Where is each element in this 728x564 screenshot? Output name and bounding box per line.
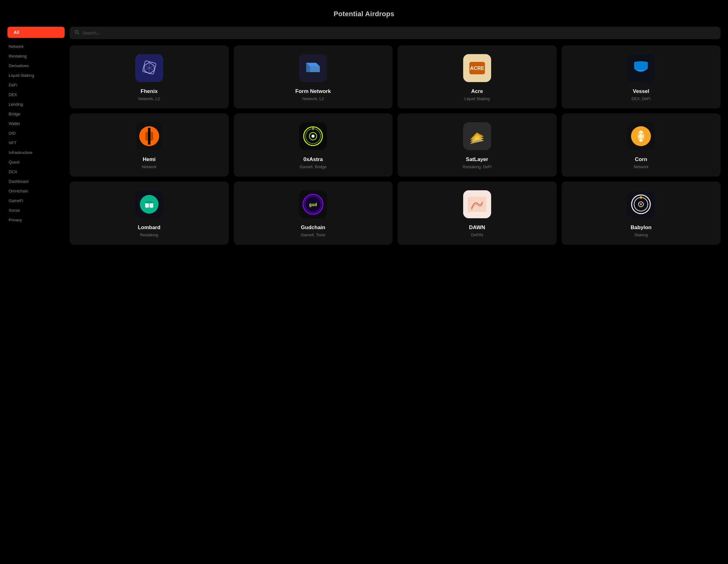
sidebar-item-derivatives[interactable]: Derivatives	[7, 61, 65, 71]
card-logo-corn	[627, 122, 655, 150]
card-name-acre: Acre	[471, 88, 483, 95]
page-header: Potential Airdrops	[0, 0, 728, 27]
card-logo-vessel	[627, 54, 655, 82]
card-tags-hemi: Network	[142, 164, 157, 169]
svg-point-12	[311, 135, 315, 138]
sidebar-item-dex[interactable]: DEX	[7, 90, 65, 99]
search-bar	[70, 27, 721, 39]
sidebar-item-wallet[interactable]: Wallet	[7, 119, 65, 128]
sidebar-item-privacy[interactable]: Privacy	[7, 215, 65, 225]
card-logo-fhenix	[135, 54, 163, 82]
page-title: Potential Airdrops	[0, 10, 728, 18]
cards-grid: FhenixNetwork, L2 Form NetworkNetwork, L…	[70, 45, 721, 245]
sidebar-item-dca[interactable]: DCA	[7, 167, 65, 177]
card-lombard[interactable]: LombardRestaking	[70, 182, 229, 245]
card-name-oxastra: 0xAstra	[303, 156, 323, 163]
sidebar-item-bridge[interactable]: Bridge	[7, 109, 65, 119]
svg-point-25	[140, 195, 159, 214]
card-logo-oxastra	[299, 122, 327, 150]
card-logo-lombard	[135, 190, 163, 218]
card-tags-oxastra: Gamefi, Bridge	[300, 164, 327, 169]
card-name-babylon: Babylon	[631, 224, 652, 231]
card-name-satlayer: SatLayer	[466, 156, 488, 163]
sidebar-item-omnichain[interactable]: Omnichain	[7, 186, 65, 196]
card-logo-hemi	[135, 122, 163, 150]
card-tags-acre: Liquid Staking	[464, 96, 490, 101]
svg-point-22	[638, 137, 640, 141]
svg-rect-28	[145, 201, 153, 203]
card-tags-dawn: DePIN	[471, 233, 483, 237]
card-tags-fhenix: Network, L2	[138, 96, 160, 101]
sidebar-item-nft[interactable]: NFT	[7, 138, 65, 148]
card-logo-satlayer	[463, 122, 491, 150]
card-tags-lombard: Restaking	[140, 233, 158, 237]
card-name-corn: Corn	[635, 156, 647, 163]
sidebar-item-quest[interactable]: Quest	[7, 157, 65, 167]
card-vessel[interactable]: VesselDEX, DeFi	[562, 45, 721, 109]
sidebar-item-restaking[interactable]: Restaking	[7, 51, 65, 61]
card-logo-form	[299, 54, 327, 82]
card-name-vessel: Vessel	[633, 88, 649, 95]
card-tags-gudchain: Gamefi, Tools	[301, 233, 325, 237]
card-tags-corn: Network	[634, 164, 648, 169]
card-name-hemi: Hemi	[143, 156, 156, 163]
card-name-lombard: Lombard	[138, 224, 160, 231]
sidebar-item-network[interactable]: Network	[7, 42, 65, 51]
card-tags-satlayer: Restaking, DeFi	[463, 164, 491, 169]
card-satlayer[interactable]: SatLayerRestaking, DeFi	[398, 113, 557, 177]
card-name-dawn: DAWN	[469, 224, 485, 231]
card-logo-acre: ACRE	[463, 54, 491, 82]
sidebar-item-gamefi[interactable]: GameFi	[7, 196, 65, 206]
card-gudchain[interactable]: gud GudchainGamefi, Tools	[234, 182, 393, 245]
card-hemi[interactable]: HemiNetwork	[70, 113, 229, 177]
card-name-form: Form Network	[295, 88, 331, 95]
svg-point-23	[640, 137, 642, 140]
svg-text:gud: gud	[309, 202, 317, 207]
sidebar-item-dashboard[interactable]: Dashboard	[7, 177, 65, 186]
card-tags-babylon: Staking	[634, 233, 648, 237]
card-name-fhenix: Fhenix	[141, 88, 158, 95]
card-oxastra[interactable]: 0xAstraGamefi, Bridge	[234, 113, 393, 177]
sidebar-item-defi[interactable]: DeFi	[7, 80, 65, 90]
main-content: FhenixNetwork, L2 Form NetworkNetwork, L…	[70, 27, 721, 245]
svg-point-24	[642, 137, 644, 141]
svg-point-36	[640, 203, 642, 205]
search-input[interactable]	[83, 30, 716, 35]
sidebar-item-infrastructure[interactable]: Infrastructure	[7, 148, 65, 157]
sidebar-item-lending[interactable]: Lending	[7, 99, 65, 109]
card-tags-vessel: DEX, DeFi	[632, 96, 651, 101]
card-logo-dawn	[463, 190, 491, 218]
filter-all-button[interactable]: All	[7, 27, 65, 38]
svg-text:ACRE: ACRE	[470, 66, 484, 71]
card-logo-babylon	[627, 190, 655, 218]
card-babylon[interactable]: BabylonStaking	[562, 182, 721, 245]
card-corn[interactable]: CornNetwork	[562, 113, 721, 177]
search-icon	[75, 30, 80, 36]
card-name-gudchain: Gudchain	[301, 224, 325, 231]
sidebar-item-social[interactable]: Social	[7, 206, 65, 215]
card-logo-gudchain: gud	[299, 190, 327, 218]
sidebar-item-liquid-staking[interactable]: Liquid Staking	[7, 71, 65, 80]
card-tags-form: Network, L2	[302, 96, 324, 101]
card-fhenix[interactable]: FhenixNetwork, L2	[70, 45, 229, 109]
svg-point-37	[640, 196, 642, 199]
sidebar: All NetworkRestakingDerivativesLiquid St…	[7, 27, 70, 245]
card-dawn[interactable]: DAWNDePIN	[398, 182, 557, 245]
sidebar-item-did[interactable]: DID	[7, 128, 65, 138]
card-acre[interactable]: ACRE AcreLiquid Staking	[398, 45, 557, 109]
card-form[interactable]: Form NetworkNetwork, L2	[234, 45, 393, 109]
